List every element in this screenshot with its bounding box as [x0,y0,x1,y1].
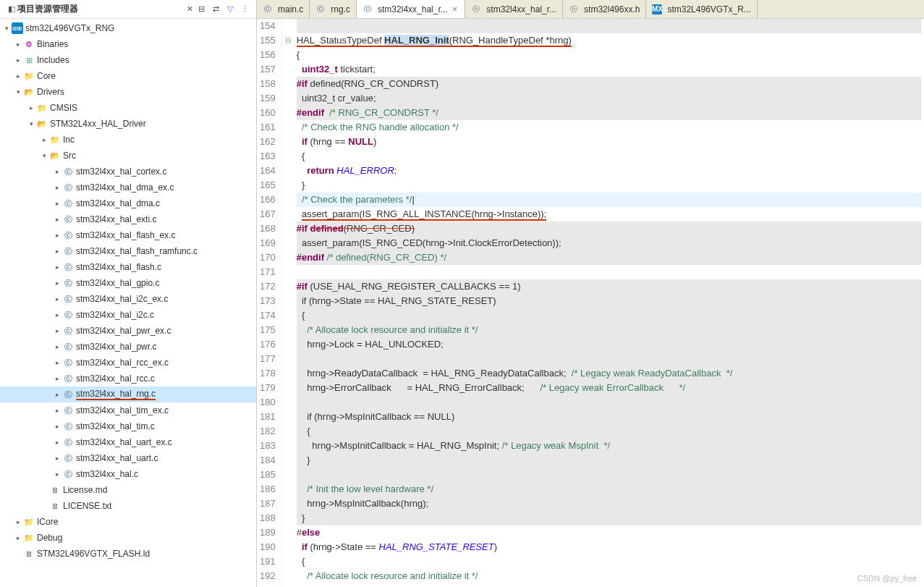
tree-src-file[interactable]: ▸ⓒstm32l4xx_hal_uart_ex.c [0,434,256,450]
editor-area: ⓒmain.cⓒrng.cⓒstm32l4xx_hal_r...×ⓗstm32l… [257,0,924,587]
editor-tab[interactable]: ⓒstm32l4xx_hal_r...× [357,0,465,19]
file-icon: ⓗ [569,4,579,14]
editor-tab[interactable]: ⓒmain.c [257,0,310,18]
tree-debug[interactable]: ▸📁 Debug [0,530,256,546]
tree-src-file[interactable]: ▸ⓒstm32l4xx_hal_pwr_ex.c [0,323,256,339]
file-icon: ⓒ [363,4,373,14]
tree-cmsis[interactable]: ▸📁 CMSIS [0,100,256,116]
tree-src-file[interactable]: ▸ⓒstm32l4xx_hal_rcc.c [0,371,256,387]
close-icon[interactable]: × [451,4,459,14]
project-tree[interactable]: ▾IDE stm32L496VGTx_RNG ▸⚙ Binaries ▸⊞ In… [0,19,256,587]
menu-icon[interactable]: ⋮ [239,4,250,15]
fold-column[interactable]: ⊟ [282,19,294,587]
filter-icon[interactable]: ▽ [224,4,236,15]
tree-src-file[interactable]: ▸ⓒstm32l4xx_hal_rng.c [0,387,256,402]
sidebar-header: ◧ 项目资源管理器 ✕ ⊟ ⇄ ▽ ⋮ [0,0,256,19]
tree-src-file[interactable]: ▸ⓒstm32l4xx_hal.c [0,466,256,482]
tree-src-file[interactable]: ▸ⓒstm32l4xx_hal_flash_ramfunc.c [0,243,256,259]
tree-src-file[interactable]: ▸ⓒstm32l4xx_hal_flash_ex.c [0,227,256,243]
tree-flash-ld[interactable]: 🗎 STM32L496VGTX_FLASH.ld [0,546,256,562]
tree-src-file[interactable]: ▸ⓒstm32l4xx_hal_exti.c [0,211,256,227]
editor-tab[interactable]: ⓗstm32l4xx_hal_r... [465,0,563,18]
tree-src[interactable]: ▾📂 Src [0,148,256,164]
tree-drivers[interactable]: ▾📂 Drivers [0,84,256,100]
tree-license-txt[interactable]: 🗎 LICENSE.txt [0,498,256,514]
tree-includes[interactable]: ▸⊞ Includes [0,52,256,68]
editor-tabs: ⓒmain.cⓒrng.cⓒstm32l4xx_hal_r...×ⓗstm32l… [257,0,924,19]
tree-src-file[interactable]: ▸ⓒstm32l4xx_hal_flash.c [0,259,256,275]
tree-src-file[interactable]: ▸ⓒstm32l4xx_hal_dma.c [0,195,256,211]
code-editor[interactable]: 1541551561571581591601611621631641651661… [257,19,924,587]
editor-tab[interactable]: ⓒrng.c [310,0,357,18]
file-icon: ⓗ [471,4,481,14]
tree-src-file[interactable]: ▸ⓒstm32l4xx_hal_rcc_ex.c [0,355,256,371]
close-icon[interactable]: ✕ [184,4,195,15]
tree-src-file[interactable]: ▸ⓒstm32l4xx_hal_cortex.c [0,164,256,180]
tree-core[interactable]: ▸📁 Core [0,68,256,84]
tree-src-file[interactable]: ▸ⓒstm32l4xx_hal_i2c_ex.c [0,291,256,307]
file-icon: MX [652,4,662,14]
tree-inc[interactable]: ▸📁 Inc [0,132,256,148]
code-content[interactable]: HAL_StatusTypeDef HAL_RNG_Init(RNG_Handl… [294,19,924,587]
project-root[interactable]: ▾IDE stm32L496VGTx_RNG [0,20,256,36]
tree-src-file[interactable]: ▸ⓒstm32l4xx_hal_gpio.c [0,275,256,291]
sidebar-title: 项目资源管理器 [17,3,184,15]
link-icon[interactable]: ⇄ [210,4,221,15]
project-explorer: ◧ 项目资源管理器 ✕ ⊟ ⇄ ▽ ⋮ ▾IDE stm32L496VGTx_R… [0,0,257,587]
tree-binaries[interactable]: ▸⚙ Binaries [0,36,256,52]
editor-tab[interactable]: ⓗstm32l496xx.h [563,0,646,18]
file-icon: ⓒ [263,4,273,14]
tree-src-file[interactable]: ▸ⓒstm32l4xx_hal_uart.c [0,450,256,466]
file-icon: ⓒ [315,4,326,14]
tree-src-file[interactable]: ▸ⓒstm32l4xx_hal_pwr.c [0,339,256,355]
editor-tab[interactable]: MXstm32L496VGTx_R... [646,0,757,18]
tree-src-file[interactable]: ▸ⓒstm32l4xx_hal_dma_ex.c [0,180,256,195]
tree-src-file[interactable]: ▸ⓒstm32l4xx_hal_tim.c [0,418,256,434]
line-gutter: 1541551561571581591601611621631641651661… [257,19,282,587]
tree-src-file[interactable]: ▸ⓒstm32l4xx_hal_i2c.c [0,307,256,323]
nav-icon[interactable]: ◧ [6,4,17,15]
collapse-icon[interactable]: ⊟ [195,4,207,15]
tree-license-md[interactable]: 🗎 License.md [0,482,256,498]
tree-src-file[interactable]: ▸ⓒstm32l4xx_hal_tim_ex.c [0,402,256,418]
tree-icore[interactable]: ▸📁 ICore [0,514,256,530]
tree-hal-driver[interactable]: ▾📂 STM32L4xx_HAL_Driver [0,116,256,132]
